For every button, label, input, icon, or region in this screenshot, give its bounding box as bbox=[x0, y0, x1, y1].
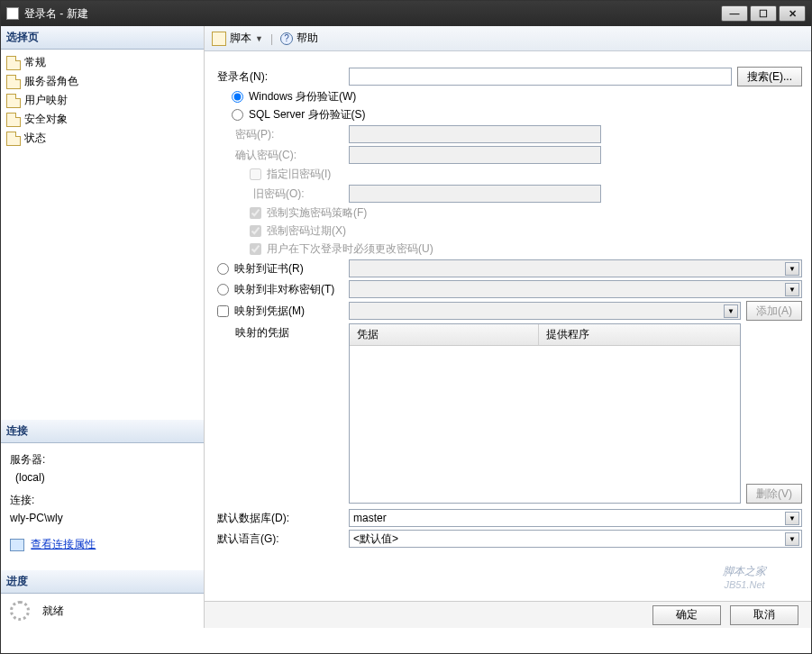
chevron-down-icon: ▼ bbox=[724, 304, 738, 318]
view-connection-props-link[interactable]: 查看连接属性 bbox=[31, 538, 96, 550]
select-page-header: 选择页 bbox=[1, 26, 204, 50]
cred-col-credential: 凭据 bbox=[350, 324, 539, 345]
server-value: (local) bbox=[10, 471, 195, 484]
windows-auth-radio[interactable] bbox=[232, 91, 243, 103]
must-change-checkbox bbox=[250, 243, 261, 255]
connection-section: 服务器: (local) 连接: wly-PC\wly 查看连接属性 bbox=[1, 443, 204, 561]
default-db-label: 默认数据库(D): bbox=[214, 511, 349, 526]
right-panel: 脚本 ▼ | ? 帮助 登录名(N): 搜索(E)... Windows 身份验… bbox=[205, 26, 811, 628]
map-cert-combo: ▼ bbox=[349, 259, 802, 277]
map-asymkey-combo: ▼ bbox=[349, 280, 802, 298]
page-icon bbox=[6, 113, 21, 127]
connection-value: wly-PC\wly bbox=[10, 512, 195, 524]
chevron-down-icon[interactable]: ▼ bbox=[785, 512, 799, 525]
default-lang-value: <默认值> bbox=[353, 531, 398, 547]
login-name-input[interactable] bbox=[349, 68, 732, 86]
default-lang-combo[interactable]: <默认值> ▼ bbox=[349, 530, 802, 548]
cred-col-provider: 提供程序 bbox=[539, 324, 740, 345]
ready-text: 就绪 bbox=[42, 604, 64, 619]
watermark-line2: JB51.Net bbox=[723, 579, 766, 590]
server-label: 服务器: bbox=[10, 452, 195, 468]
titlebar: 登录名 - 新建 — ☐ ✕ bbox=[1, 1, 811, 26]
page-list: 常规 服务器角色 用户映射 安全对象 状态 bbox=[1, 50, 204, 151]
help-button[interactable]: 帮助 bbox=[297, 31, 318, 46]
page-item-status[interactable]: 状态 bbox=[6, 129, 198, 148]
map-cred-label: 映射到凭据(M) bbox=[234, 304, 305, 319]
connection-header: 连接 bbox=[1, 420, 204, 443]
script-button[interactable]: 脚本 bbox=[230, 31, 251, 46]
page-item-user-mapping[interactable]: 用户映射 bbox=[6, 91, 198, 110]
credentials-table: 凭据 提供程序 bbox=[349, 323, 741, 504]
progress-header: 进度 bbox=[1, 570, 204, 594]
add-button: 添加(A) bbox=[746, 301, 802, 321]
window-icon bbox=[6, 7, 19, 20]
dialog-window: 登录名 - 新建 — ☐ ✕ 选择页 常规 服务器角色 用户映射 安全对象 状态… bbox=[0, 0, 812, 654]
page-label: 常规 bbox=[24, 55, 46, 70]
watermark-line1: 脚本之家 bbox=[723, 564, 766, 579]
chevron-down-icon: ▼ bbox=[785, 262, 799, 276]
default-db-combo[interactable]: master ▼ bbox=[349, 509, 802, 527]
script-icon bbox=[212, 32, 226, 46]
default-lang-label: 默认语言(G): bbox=[214, 531, 349, 547]
credentials-body bbox=[350, 346, 740, 503]
enforce-expire-checkbox bbox=[250, 225, 261, 237]
page-label: 用户映射 bbox=[24, 93, 68, 108]
credentials-header: 凭据 提供程序 bbox=[350, 324, 740, 346]
chevron-down-icon: ▼ bbox=[785, 283, 799, 296]
script-dropdown-icon[interactable]: ▼ bbox=[255, 34, 263, 43]
chevron-down-icon[interactable]: ▼ bbox=[785, 532, 799, 546]
enforce-policy-checkbox bbox=[250, 207, 261, 219]
ok-button[interactable]: 确定 bbox=[652, 605, 721, 625]
page-icon bbox=[6, 56, 21, 70]
windows-auth-label: Windows 身份验证(W) bbox=[249, 89, 356, 104]
specify-old-pwd-label: 指定旧密码(I) bbox=[267, 167, 331, 182]
map-cert-radio[interactable] bbox=[217, 263, 229, 275]
map-cert-label: 映射到证书(R) bbox=[234, 261, 304, 277]
enforce-expire-label: 强制密码过期(X) bbox=[267, 223, 346, 239]
enforce-policy-label: 强制实施密码策略(F) bbox=[267, 205, 367, 221]
search-button[interactable]: 搜索(E)... bbox=[737, 67, 802, 86]
sql-auth-radio[interactable] bbox=[232, 109, 243, 121]
connection-props-icon bbox=[10, 539, 24, 551]
maximize-button[interactable]: ☐ bbox=[750, 5, 777, 22]
login-name-label: 登录名(N): bbox=[214, 69, 349, 85]
page-icon bbox=[6, 132, 21, 146]
page-icon bbox=[6, 75, 21, 89]
password-label: 密码(P): bbox=[214, 127, 349, 142]
close-button[interactable]: ✕ bbox=[779, 5, 806, 22]
progress-row: 就绪 bbox=[1, 594, 204, 628]
page-item-general[interactable]: 常规 bbox=[6, 53, 198, 72]
content-area: 选择页 常规 服务器角色 用户映射 安全对象 状态 连接 服务器: (local… bbox=[1, 26, 811, 628]
map-cred-checkbox[interactable] bbox=[217, 305, 229, 317]
cancel-button[interactable]: 取消 bbox=[730, 605, 798, 625]
minimize-button[interactable]: — bbox=[721, 5, 748, 22]
watermark: 脚本之家 JB51.Net bbox=[723, 564, 766, 590]
mapped-creds-label: 映射的凭据 bbox=[214, 323, 349, 341]
page-item-securables[interactable]: 安全对象 bbox=[6, 110, 198, 129]
window-controls: — ☐ ✕ bbox=[721, 5, 806, 22]
old-password-input bbox=[349, 185, 601, 203]
help-icon: ? bbox=[280, 32, 293, 45]
remove-button: 删除(V) bbox=[746, 484, 802, 504]
connection-label: 连接: bbox=[10, 493, 195, 508]
spinner-icon bbox=[10, 601, 30, 621]
footer: 确定 取消 bbox=[205, 601, 811, 628]
toolbar-separator: | bbox=[270, 32, 273, 45]
confirm-password-input bbox=[349, 146, 601, 164]
specify-old-pwd-checkbox bbox=[250, 168, 261, 180]
page-label: 状态 bbox=[24, 131, 46, 146]
toolbar: 脚本 ▼ | ? 帮助 bbox=[205, 26, 811, 51]
form-area: 登录名(N): 搜索(E)... Windows 身份验证(W) SQL Ser… bbox=[205, 51, 811, 601]
page-icon bbox=[6, 94, 21, 108]
window-title: 登录名 - 新建 bbox=[24, 6, 721, 22]
map-cred-combo: ▼ bbox=[349, 302, 741, 320]
map-asymkey-label: 映射到非对称密钥(T) bbox=[234, 282, 334, 297]
sql-auth-label: SQL Server 身份验证(S) bbox=[249, 107, 366, 123]
old-password-label: 旧密码(O): bbox=[214, 186, 349, 202]
default-db-value: master bbox=[353, 512, 387, 524]
map-asymkey-radio[interactable] bbox=[217, 284, 229, 295]
must-change-label: 用户在下次登录时必须更改密码(U) bbox=[267, 241, 433, 257]
page-label: 服务器角色 bbox=[24, 74, 78, 89]
page-item-server-roles[interactable]: 服务器角色 bbox=[6, 72, 198, 91]
left-panel: 选择页 常规 服务器角色 用户映射 安全对象 状态 连接 服务器: (local… bbox=[1, 26, 205, 628]
